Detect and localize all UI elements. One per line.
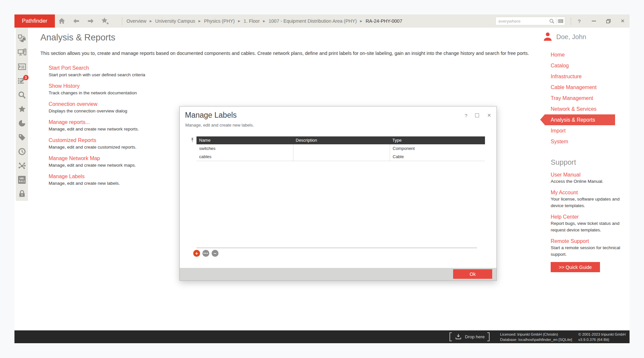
history-icon[interactable] <box>18 147 26 156</box>
minimize-button[interactable] <box>586 14 601 28</box>
divider <box>571 17 571 25</box>
link-label[interactable]: Manage Labels <box>49 173 145 180</box>
nav-item-home[interactable]: Home <box>545 49 615 60</box>
breadcrumb-separator-icon: ▶ <box>198 19 201 23</box>
link-label[interactable]: Show History <box>49 83 145 90</box>
table-row[interactable]: switches Component <box>196 144 485 153</box>
column-header-description[interactable]: Description <box>293 136 390 144</box>
page-title: Analysis & Reports <box>40 33 115 43</box>
lock-icon[interactable] <box>18 190 26 198</box>
divider <box>556 18 556 24</box>
minimize-icon <box>592 21 596 21</box>
labels-icon[interactable] <box>18 133 26 142</box>
database-text: Database: localhost\pathfinder_en [SQLit… <box>500 337 572 342</box>
add-label-button[interactable]: + <box>193 250 200 257</box>
top-bar: Pathfinder Overview ▶ University Campus … <box>14 14 630 28</box>
ip-address-icon[interactable]: 192.0.0.1 <box>18 176 26 184</box>
topology-icon[interactable] <box>18 34 26 43</box>
link-label[interactable]: Manage reports... <box>49 119 145 126</box>
back-icon[interactable] <box>72 17 80 25</box>
breadcrumb-item[interactable]: Overview <box>126 18 146 24</box>
action-show-history: Show History Track changes in the networ… <box>49 83 145 96</box>
home-icon[interactable] <box>58 17 66 25</box>
link-label[interactable]: Help Center <box>551 213 626 220</box>
remove-label-button[interactable]: − <box>212 250 218 257</box>
nav-item-infrastructure[interactable]: Infrastructure <box>545 71 615 82</box>
action-manage-labels: Manage Labels Manage, edit and create ne… <box>49 173 145 187</box>
window-controls: ? ✕ <box>572 14 630 28</box>
copyright-text: © 2001-2023 tripunkt GmbH <box>578 332 626 337</box>
search-icon[interactable] <box>549 18 555 24</box>
workstation-icon[interactable] <box>18 48 26 57</box>
help-button[interactable]: ? <box>572 14 586 28</box>
link-label[interactable]: Remote Support <box>551 238 626 245</box>
nav-item-import[interactable]: Import <box>545 125 615 136</box>
link-label[interactable]: Customized Reports <box>49 137 145 144</box>
link-label[interactable]: Start Port Search <box>49 64 145 72</box>
drop-zone[interactable]: Drop here <box>449 332 490 342</box>
column-header-name[interactable]: Name <box>196 136 293 144</box>
column-header-type[interactable]: Type <box>390 136 485 144</box>
breadcrumb-item[interactable]: Physics (PHY) <box>204 18 235 24</box>
link-label[interactable]: Connection overview <box>49 101 145 108</box>
ip-line1: 192. <box>19 177 25 180</box>
nav-item-cable-management[interactable]: Cable Management <box>545 82 615 93</box>
link-label[interactable]: User Manual <box>551 171 626 178</box>
user-account[interactable]: Doe, John <box>543 31 630 43</box>
support-help-center: Help Center Report bugs, view ticket sta… <box>551 213 626 233</box>
quick-guide-button[interactable]: >> Quick Guide <box>551 262 600 272</box>
pin-icon[interactable] <box>191 137 194 144</box>
nav-item-tray-management[interactable]: Tray Management <box>545 93 615 104</box>
cell-description <box>293 144 390 153</box>
close-button[interactable]: ✕ <box>615 14 630 28</box>
action-links: Start Port Search Start port search with… <box>49 64 145 191</box>
pie-chart-icon[interactable] <box>18 119 26 128</box>
tasks-icon[interactable]: 3 <box>18 77 26 85</box>
dialog-maximize-button[interactable] <box>475 113 479 117</box>
ok-button[interactable]: Ok <box>453 269 492 279</box>
action-manage-network-map: Manage Network Map Manage, edit and crea… <box>49 155 145 169</box>
restore-button[interactable] <box>601 14 615 28</box>
link-description: Manage, edit and create new network maps… <box>49 162 145 169</box>
labels-table: Name Description Type switches Component… <box>196 136 485 161</box>
link-label[interactable]: My Account <box>551 189 626 196</box>
floor-plan-icon[interactable] <box>18 62 26 71</box>
brand-logo[interactable]: Pathfinder <box>14 14 55 28</box>
network-map-icon[interactable] <box>18 161 26 170</box>
nav-item-catalog[interactable]: Catalog <box>545 60 615 71</box>
link-description: Start a remote session for technical sup… <box>551 245 626 258</box>
dialog-footer: Ok <box>180 268 496 280</box>
action-connection-overview: Connection overview Displays the connect… <box>49 101 145 114</box>
nav-item-system[interactable]: System <box>545 136 615 147</box>
breadcrumb-item[interactable]: 1007 - Equipment Distribution Area (PHY) <box>268 18 356 24</box>
restore-icon <box>606 19 611 24</box>
ip-line2: 0.0.1 <box>19 180 25 183</box>
add-favorite-icon[interactable] <box>101 17 109 25</box>
breadcrumb-item[interactable]: 1. Floor <box>243 18 260 24</box>
dialog-close-button[interactable]: ✕ <box>487 112 491 118</box>
port-search-icon[interactable] <box>18 91 26 99</box>
nav-item-analysis-reports[interactable]: Analysis & Reports <box>545 114 615 125</box>
forward-icon[interactable] <box>86 17 95 25</box>
drop-here-label: Drop here <box>465 334 485 339</box>
breadcrumb-item-current[interactable]: RA-24-PHY-0007 <box>366 18 402 24</box>
search-input[interactable] <box>496 19 549 24</box>
dialog-help-button[interactable]: ? <box>465 113 467 118</box>
edit-label-button[interactable]: ••• <box>202 250 209 257</box>
link-label[interactable]: Manage Network Map <box>49 155 145 162</box>
table-row[interactable]: cables Cable <box>196 153 485 161</box>
support-remote-support: Remote Support Start a remote session fo… <box>551 238 626 258</box>
page-description: This section allows you to, create and m… <box>40 51 529 56</box>
link-description: Manage, edit and create new network repo… <box>49 126 145 132</box>
action-start-port-search: Start Port Search Start port search with… <box>49 64 145 78</box>
bracket-left <box>449 332 452 341</box>
breadcrumb-item[interactable]: University Campus <box>155 18 195 24</box>
barcode-icon[interactable] <box>558 18 564 24</box>
link-description: Displays the connection overview dialog <box>49 108 145 114</box>
nav-item-network-services[interactable]: Network & Services <box>545 104 615 114</box>
favorites-icon[interactable] <box>18 105 26 113</box>
app-window: Pathfinder Overview ▶ University Campus … <box>14 14 630 343</box>
cell-name: cables <box>196 153 293 161</box>
toolbar-nav-icons <box>58 14 109 28</box>
link-description: Access the Online Manual. <box>551 178 626 185</box>
